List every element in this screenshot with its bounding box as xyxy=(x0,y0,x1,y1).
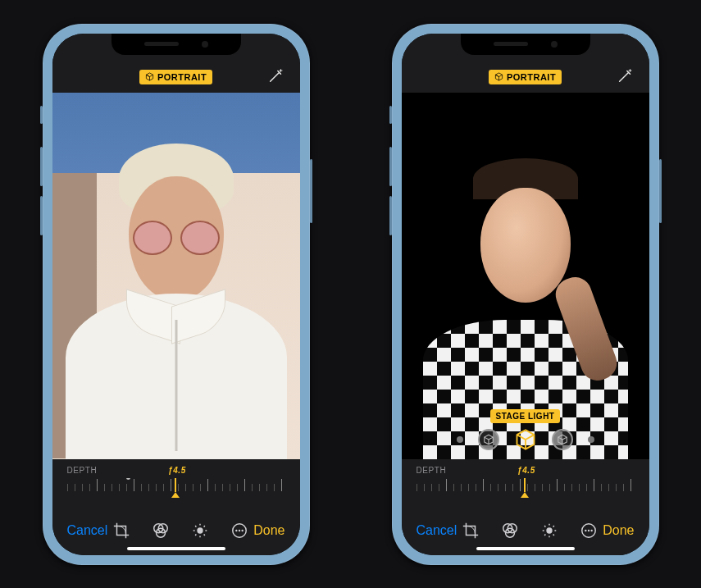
svg-point-6 xyxy=(239,529,240,531)
silent-switch[interactable] xyxy=(389,106,392,124)
depth-caret-icon xyxy=(521,492,529,498)
portrait-badge[interactable]: PORTRAIT xyxy=(489,70,562,84)
depth-current-marker xyxy=(175,478,176,492)
filters-icon xyxy=(501,522,519,540)
wand-icon xyxy=(267,66,285,84)
svg-point-11 xyxy=(547,527,553,533)
depth-original-marker xyxy=(126,478,130,480)
depth-value: ƒ4.5 xyxy=(168,466,186,475)
depth-panel: DEPTH ƒ4.5 xyxy=(52,459,300,506)
crop-button[interactable] xyxy=(112,522,130,540)
more-button[interactable] xyxy=(230,522,248,540)
svg-point-3 xyxy=(198,527,203,533)
done-button[interactable]: Done xyxy=(253,523,284,538)
power-button[interactable] xyxy=(659,159,662,223)
photo-preview[interactable]: STAGE LIGHT xyxy=(402,93,649,459)
phone-left: PORTRAIT DEPTH ƒ4.5 xyxy=(43,24,310,565)
silent-switch[interactable] xyxy=(40,106,43,124)
adjust-icon xyxy=(191,522,209,540)
volume-down-button[interactable] xyxy=(389,196,392,235)
more-icon xyxy=(580,522,598,540)
auto-enhance-button[interactable] xyxy=(617,66,635,84)
cancel-button[interactable]: Cancel xyxy=(417,523,457,538)
screen: PORTRAIT STAGE LIGHT xyxy=(402,34,649,555)
filters-icon xyxy=(152,522,170,540)
lighting-picker[interactable]: STAGE LIGHT xyxy=(402,409,649,451)
portrait-badge-label: PORTRAIT xyxy=(157,72,207,82)
filters-button[interactable] xyxy=(501,522,519,540)
done-button[interactable]: Done xyxy=(603,523,634,538)
svg-point-7 xyxy=(242,529,244,531)
depth-label: DEPTH xyxy=(417,466,447,475)
depth-slider[interactable] xyxy=(417,478,635,503)
volume-down-button[interactable] xyxy=(40,196,43,235)
crop-icon xyxy=(462,522,480,540)
wand-icon xyxy=(617,66,635,84)
more-icon xyxy=(230,522,248,540)
lighting-option-selected[interactable] xyxy=(514,428,537,451)
cube-icon xyxy=(494,72,503,81)
adjust-button[interactable] xyxy=(540,522,558,540)
crop-button[interactable] xyxy=(462,522,480,540)
portrait-badge-label: PORTRAIT xyxy=(507,72,556,82)
depth-slider[interactable] xyxy=(67,478,285,503)
depth-current-marker xyxy=(524,478,526,492)
adjust-button[interactable] xyxy=(191,522,209,540)
auto-enhance-button[interactable] xyxy=(267,66,285,84)
lighting-option-far-right[interactable] xyxy=(588,436,594,443)
power-button[interactable] xyxy=(310,159,312,223)
cube-icon xyxy=(514,428,537,451)
svg-point-15 xyxy=(591,529,593,531)
portrait-badge[interactable]: PORTRAIT xyxy=(139,70,212,84)
crop-icon xyxy=(112,522,130,540)
depth-panel: DEPTH ƒ4.5 xyxy=(402,459,649,506)
notch xyxy=(112,34,241,55)
volume-up-button[interactable] xyxy=(389,147,392,186)
depth-value: ƒ4.5 xyxy=(517,466,535,475)
adjust-icon xyxy=(540,522,558,540)
home-indicator[interactable] xyxy=(476,547,575,550)
screen: PORTRAIT DEPTH ƒ4.5 xyxy=(52,34,300,555)
home-indicator[interactable] xyxy=(127,547,225,550)
lighting-option-next[interactable] xyxy=(552,429,573,450)
cancel-button[interactable]: Cancel xyxy=(67,523,108,538)
photo-preview[interactable] xyxy=(52,93,300,459)
volume-up-button[interactable] xyxy=(40,147,43,186)
editor-bottom-bar: Cancel Done xyxy=(52,506,300,555)
filters-button[interactable] xyxy=(152,522,170,540)
lighting-option-far-left[interactable] xyxy=(457,436,463,443)
cube-icon xyxy=(145,72,154,81)
lighting-mode-label: STAGE LIGHT xyxy=(490,409,561,423)
svg-point-5 xyxy=(235,529,237,531)
editor-bottom-bar: Cancel Done xyxy=(402,506,649,555)
depth-caret-icon xyxy=(171,492,180,498)
phone-right: PORTRAIT STAGE LIGHT xyxy=(392,24,659,565)
notch xyxy=(461,34,590,55)
svg-point-14 xyxy=(588,529,589,531)
cube-icon xyxy=(483,434,494,445)
more-button[interactable] xyxy=(580,522,598,540)
depth-label: DEPTH xyxy=(67,466,98,475)
lighting-option-prev[interactable] xyxy=(478,429,499,450)
svg-point-13 xyxy=(585,529,586,531)
cube-icon xyxy=(557,434,568,445)
